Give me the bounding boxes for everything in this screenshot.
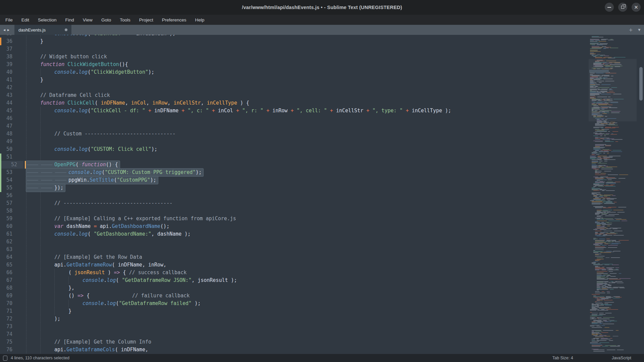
code-line[interactable]: 52OpenPPG(·function()·{ — [0, 161, 644, 169]
line-number: 37 — [6, 45, 12, 53]
line-number: 57 — [6, 199, 12, 207]
menu-item-preferences[interactable]: Preferences — [162, 17, 186, 22]
indent-guide — [54, 300, 55, 307]
tab-dashevents[interactable]: dashEvents.js — [14, 25, 71, 35]
code-line[interactable]: 48// Custom ----------------------------… — [0, 130, 644, 138]
line-number: 58 — [6, 207, 12, 215]
minimize-button[interactable] — [605, 3, 614, 12]
code-line[interactable]: 71} — [0, 307, 644, 315]
menu-item-selection[interactable]: Selection — [38, 17, 57, 22]
line-number: 76 — [6, 346, 12, 354]
menu-item-find[interactable]: Find — [65, 17, 74, 22]
code-line[interactable]: 41} — [0, 76, 644, 84]
code-line[interactable]: 51 — [0, 153, 644, 161]
line-text: api.GetDataframeRow( inDFName, inRow, — [26, 261, 166, 269]
selected-text: OpenPPG(·function()·{ — [26, 161, 120, 169]
code-line[interactable]: 38// Widget button click — [0, 53, 644, 61]
code-line[interactable]: 42 — [0, 84, 644, 92]
vertical-scrollbar[interactable] — [639, 67, 643, 101]
selected-tab-whitespace — [26, 176, 40, 184]
code-line[interactable]: 46 — [0, 115, 644, 122]
code-line[interactable]: 72); — [0, 315, 644, 323]
indent-guide — [26, 277, 26, 284]
code-line[interactable]: 36} — [0, 38, 644, 45]
indent-guide — [26, 107, 26, 115]
modified-dot-icon[interactable] — [65, 28, 67, 31]
tab-scroll-left-icon[interactable]: ◂ — [3, 27, 5, 32]
code-line[interactable]: 60var dashName = api.GetDashboardName(); — [0, 223, 644, 230]
indent-guide — [26, 130, 26, 138]
code-line[interactable]: 61console.log( "GetDashboardName:", dash… — [0, 230, 644, 238]
code-line[interactable]: 50console.log("CUSTOM: Click cell"); — [0, 145, 644, 153]
menu-item-goto[interactable]: Goto — [101, 17, 111, 22]
code-line[interactable]: 59// [Example] Calling a C++ exported fu… — [0, 215, 644, 223]
line-number: 67 — [6, 277, 12, 284]
gutter-cell: 75 — [0, 338, 19, 346]
indent-guide — [26, 269, 26, 277]
new-tab-icon[interactable]: + — [629, 27, 633, 33]
code-line[interactable]: 75// [Example] Get the Column Info — [0, 338, 644, 346]
code-line[interactable]: 64// [Example] Get the Row Data — [0, 253, 644, 261]
minimap[interactable] — [589, 35, 637, 354]
code-line[interactable]: 70console.log("GetDataframeRow failed" )… — [0, 300, 644, 307]
line-number: 60 — [6, 223, 12, 230]
diff-marker — [0, 154, 1, 192]
code-line[interactable]: 39function ClickWidgetButton(){ — [0, 61, 644, 68]
menu-item-file[interactable]: File — [5, 17, 13, 22]
tab-scroll-right-icon[interactable]: ▸ — [7, 27, 9, 32]
code-line[interactable]: 45console.log("ClickCell - df: " + inDFN… — [0, 107, 644, 115]
indent-guide — [40, 253, 41, 261]
code-line[interactable]: 62 — [0, 238, 644, 246]
indent-guide — [40, 338, 41, 346]
gutter-cell: 56 — [0, 192, 19, 199]
indent-guide — [26, 99, 26, 107]
code-line[interactable]: 67console.log( "GetDataframeRow JSON:", … — [0, 277, 644, 284]
code-line[interactable]: 37 — [0, 45, 644, 53]
code-line[interactable]: 56 — [0, 192, 644, 199]
close-button[interactable]: ✕ — [632, 3, 641, 12]
indent-guide — [40, 238, 41, 246]
line-number: 54 — [6, 176, 12, 184]
code-line[interactable]: 74 — [0, 330, 644, 338]
code-line[interactable]: 35console.log("ClickTab: " + inTabIndex … — [0, 35, 644, 38]
code-line[interactable]: 76api.GetDataframeCols( inDFName, — [0, 346, 644, 354]
menu-item-view[interactable]: View — [83, 17, 93, 22]
code-line[interactable]: 69() => { // failure callback — [0, 292, 644, 300]
menu-item-edit[interactable]: Edit — [21, 17, 29, 22]
tab-overflow-icon[interactable]: ▼ — [637, 27, 641, 32]
indent-guide — [26, 315, 26, 323]
indent-guide — [26, 138, 26, 145]
gutter-cell: 58 — [0, 207, 19, 215]
code-line[interactable]: 65api.GetDataframeRow( inDFName, inRow, — [0, 261, 644, 269]
menu-item-project[interactable]: Project — [139, 17, 153, 22]
maximize-button[interactable] — [618, 3, 627, 12]
menu-item-help[interactable]: Help — [195, 17, 205, 22]
code-line[interactable]: 47 — [0, 122, 644, 130]
code-editor[interactable]: 35console.log("ClickTab: " + inTabIndex … — [0, 35, 644, 354]
code-line[interactable]: 66( jsonResult ) => { // success callbac… — [0, 269, 644, 277]
indent-guide — [40, 261, 41, 269]
code-line[interactable]: 54ppgWin.SetTitle("CustomPPG"); — [0, 176, 644, 184]
code-line[interactable]: 58 — [0, 207, 644, 215]
code-line[interactable]: 73 — [0, 323, 644, 330]
code-line[interactable]: 68}, — [0, 284, 644, 292]
gutter-cell: 69 — [0, 292, 19, 300]
selected-text: }); — [26, 184, 65, 192]
tab-size-status[interactable]: Tab Size: 4 — [552, 356, 573, 360]
line-number: 38 — [6, 53, 12, 61]
syntax-status[interactable]: JavaScript — [612, 356, 631, 360]
line-number: 46 — [6, 115, 12, 122]
code-line[interactable]: 49 — [0, 138, 644, 145]
code-line[interactable]: 43// Dataframe Cell click — [0, 92, 644, 99]
indent-guide — [26, 253, 26, 261]
code-line[interactable]: 53console.log("CUSTOM:·Custom·PPG·trigge… — [0, 169, 644, 176]
panel-switcher-icon[interactable] — [3, 356, 7, 361]
line-text: // Dataframe Cell click — [26, 92, 110, 99]
indent-guide — [26, 346, 26, 354]
code-line[interactable]: 44function ClickCell( inDFName, inCol, i… — [0, 99, 644, 107]
code-line[interactable]: 40console.log("ClickWidgetButton"); — [0, 68, 644, 76]
code-line[interactable]: 55}); — [0, 184, 644, 192]
code-line[interactable]: 63 — [0, 246, 644, 253]
menu-item-tools[interactable]: Tools — [120, 17, 130, 22]
code-line[interactable]: 57// -----------------------------------… — [0, 199, 644, 207]
